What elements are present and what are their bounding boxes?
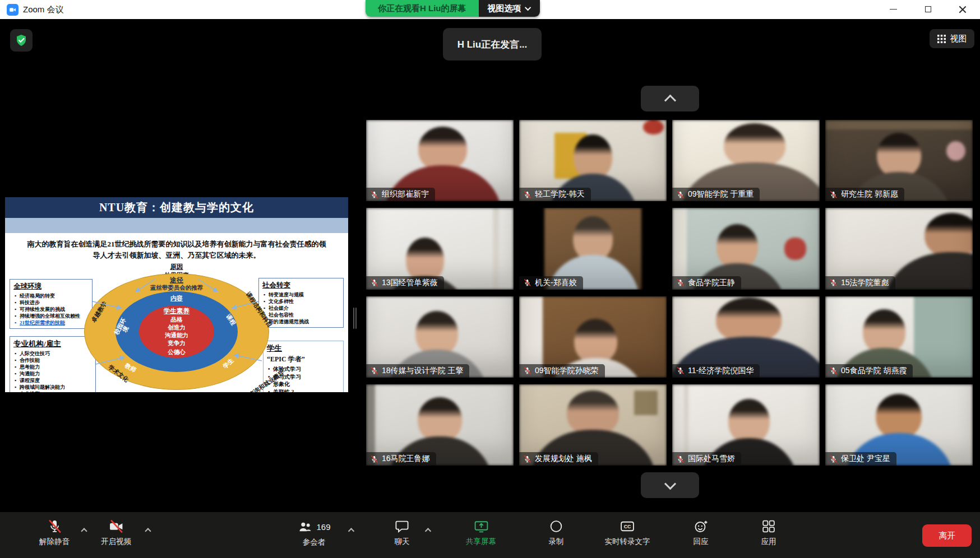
active-speaker-toast: H Liu正在发言... [443,28,542,61]
bullet-item: 21世纪所需求的技能 [13,319,89,326]
muted-mic-icon [523,366,531,375]
bullet-item: 合作技能 [13,357,92,364]
mic-options-caret[interactable] [81,528,87,534]
bullet-item: 转变速度与规模 [262,291,340,298]
bullet-item: 跨领域问题解决能力 [13,384,92,390]
concentric-diagram: 途径 蓝丝带委员会的推荐 内容 学生素养 品格创造力沟通能力竞争力 公德心 卓越… [84,273,269,390]
bullet-item: 思考能力 [13,364,92,370]
chevron-down-icon [664,478,676,490]
participant-name-tag: 16马院王鲁娜 [366,452,436,466]
participant-name-tag: 09智能学院孙晓荣 [519,364,605,378]
video-tile[interactable]: 机关-郑喜姣 [519,208,667,289]
video-tile[interactable]: 05食品学院 胡燕霞 [825,296,973,378]
participant-name: 05食品学院 胡燕霞 [841,366,907,376]
video-tile[interactable]: 13国经管单紫薇 [366,208,514,289]
muted-mic-icon [523,190,531,199]
video-tile[interactable]: 15法学院董彪 [825,208,973,289]
video-tile[interactable]: 研究生院 郭新愿 [825,120,973,201]
view-layout-button[interactable]: 视图 [930,29,974,48]
core-title: 学生素养 [84,307,269,315]
video-tile[interactable]: 09智能学院 于重重 [672,120,820,201]
slide-title: NTU教育：创建教与学的文化 [5,197,348,218]
chat-options-caret[interactable] [425,528,431,534]
video-label: 开启视频 [101,537,131,547]
apps-label: 应用 [761,537,776,547]
bullet-item: 社会包容性 [262,311,340,318]
video-tile[interactable]: 18传媒与设计学院 王擎 [366,296,514,378]
maximize-button[interactable] [914,0,942,18]
close-button[interactable] [949,0,977,18]
muted-mic-icon [523,455,531,463]
muted-mic-icon [829,366,838,375]
participants-icon [297,519,312,534]
slide-cause-label: 原因 [5,263,348,271]
content-label: 内容 [84,294,269,303]
slide-intro-paragraph: 南大的教育旨在创造满足21世纪挑战所需要的知识以及培养有创新能力与富有社会责任感… [24,239,329,261]
video-grid: 组织部崔新宇 轻工学院-韩天 [366,120,973,466]
video-tile[interactable]: 国际处马雪娇 [672,384,820,466]
bullet-item: 关联性 ? [267,388,340,393]
participants-options-caret[interactable] [348,528,354,534]
global-environment-box: 全球环境 经济格局的转变科技进步可持续性发展的挑战持续增强的全球相互依赖性21世… [10,279,93,329]
participant-name-tag: 发展规划处 施枫 [519,452,598,466]
video-tile[interactable]: 09智能学院孙晓荣 [519,296,667,378]
participant-name: 09智能学院孙晓荣 [535,366,599,376]
reactions-button[interactable]: 回应 [694,519,709,547]
share-screen-icon [474,519,489,534]
view-options-dropdown[interactable]: 视图选项 [479,0,540,17]
participant-name-tag: 保卫处 尹宝星 [825,452,896,466]
bullet-item: 专业操守 [13,390,92,392]
muted-mic-icon [370,278,378,287]
presentation-slide: NTU教育：创建教与学的文化 南大的教育旨在创造满足21世纪挑战所需要的知识以及… [5,197,348,392]
security-shield-button[interactable] [10,29,33,52]
scroll-videos-down-button[interactable] [641,472,699,498]
record-button[interactable]: 录制 [549,519,564,547]
chat-icon [395,519,410,534]
participant-name-tag: 轻工学院-韩天 [519,188,591,201]
box-title: 学生 [267,343,340,354]
maximize-icon [925,6,931,12]
chat-button[interactable]: 聊天 [395,519,410,547]
unmute-button[interactable]: 解除静音 [39,519,70,547]
muted-mic-icon [370,190,378,199]
box-title: 社会转变 [262,281,340,290]
participant-name: 组织部崔新宇 [382,189,429,199]
video-options-caret[interactable] [145,528,151,534]
video-tile[interactable]: 组织部崔新宇 [366,120,514,201]
participant-name: 11-经济学院倪国华 [688,366,754,376]
video-tile[interactable]: 保卫处 尹宝星 [825,384,973,466]
participant-name: 09智能学院 于重重 [688,189,754,199]
share-label: 共享屏幕 [466,537,496,547]
scroll-videos-up-button[interactable] [641,86,699,111]
resize-handle[interactable] [353,308,358,329]
core-item: 沟通能力 [84,332,269,340]
video-tile[interactable]: 16马院王鲁娜 [366,384,514,466]
leave-meeting-button[interactable]: 离开 [922,524,972,547]
chat-label: 聊天 [395,537,410,547]
live-transcript-button[interactable]: CC 实时转录文字 [605,519,650,547]
muted-mic-icon [370,366,378,375]
bullet-item: 经济格局的转变 [13,292,89,299]
video-tile[interactable]: 发展规划处 施枫 [519,384,667,466]
grid-view-icon [937,35,946,43]
participants-count: 169 [316,522,330,532]
participants-button[interactable]: 169 参会者 [297,519,330,547]
video-tile[interactable]: 轻工学院-韩天 [519,120,667,201]
core-bottom-label: 公德心 [84,348,269,356]
chevron-up-icon [664,94,676,106]
muted-mic-icon [370,455,378,463]
bullet-item: 社会媒介 [262,305,340,311]
video-tile[interactable]: 11-经济学院倪国华 [672,296,820,378]
apps-button[interactable]: 应用 [761,519,776,547]
participant-name: 食品学院王静 [688,278,735,288]
start-video-button[interactable]: 开启视频 [101,519,131,547]
participant-name-tag: 11-经济学院倪国华 [672,364,760,378]
video-tile[interactable]: 食品学院王静 [672,208,820,289]
bullet-item: 文化多样性 [262,298,340,305]
bullet-item: 持续增强的全球相互依赖性 [13,313,89,319]
minimize-button[interactable] [879,0,907,18]
participant-name-tag: 组织部崔新宇 [366,188,435,201]
share-screen-button[interactable]: 共享屏幕 [466,519,496,547]
participant-name: 研究生院 郭新愿 [841,189,898,199]
participants-label: 参会者 [303,537,326,547]
